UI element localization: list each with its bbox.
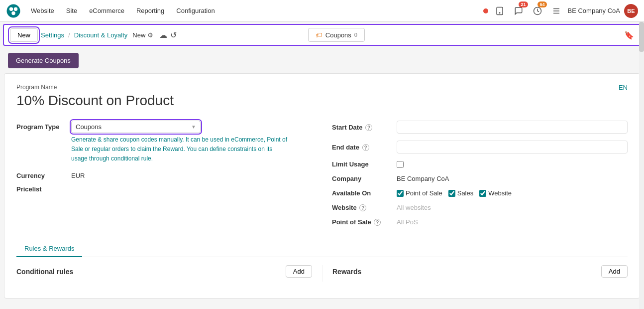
- nav-configuration[interactable]: Configuration: [171, 4, 219, 17]
- breadcrumb-bar: New Settings / Discount & Loyalty New ⚙ …: [3, 24, 641, 46]
- company-value[interactable]: BE Company CoA: [397, 175, 449, 182]
- end-date-help-icon[interactable]: ?: [362, 144, 369, 151]
- activity-badge: 64: [537, 1, 546, 7]
- svg-point-1: [9, 7, 13, 11]
- website-row: Website ? All websites: [332, 204, 628, 211]
- conditional-rules-section: Conditional rules Add: [16, 265, 322, 282]
- svg-point-2: [14, 7, 18, 11]
- en-badge[interactable]: EN: [619, 84, 628, 91]
- form-left: Program Type Coupons ▼ Generate & share …: [16, 121, 322, 233]
- end-date-input[interactable]: [397, 141, 628, 154]
- conditional-rules-add-button[interactable]: Add: [286, 265, 312, 278]
- nav-site[interactable]: Site: [61, 4, 82, 17]
- upload-icon[interactable]: ☁: [159, 30, 167, 40]
- chat-icon[interactable]: 21: [511, 3, 526, 18]
- gear-icon[interactable]: ⚙: [147, 31, 153, 39]
- start-date-label: Start Date ?: [332, 124, 397, 131]
- scrollbar-thumb[interactable]: [639, 22, 644, 52]
- pos-label: Point of Sale: [406, 189, 442, 197]
- tab-rules-rewards[interactable]: Rules & Rewards: [16, 241, 82, 257]
- program-type-select-wrapper[interactable]: Coupons ▼: [71, 121, 201, 133]
- currency-row: Currency EUR: [16, 172, 302, 179]
- program-type-hint: Generate & share coupon codes manually. …: [71, 135, 290, 164]
- nav-ecommerce[interactable]: eCommerce: [84, 4, 129, 17]
- company-row: Company BE Company CoA: [332, 175, 628, 182]
- main-content: Program Name 10% Discount on Product EN …: [4, 73, 640, 299]
- discount-loyalty-link[interactable]: Discount & Loyalty: [74, 31, 128, 39]
- company-name: BE Company CoA: [568, 7, 621, 14]
- nav-website[interactable]: Website: [26, 4, 59, 17]
- breadcrumb-bar-wrapper: New Settings / Discount & Loyalty New ⚙ …: [0, 22, 644, 48]
- start-date-input[interactable]: [397, 121, 628, 134]
- program-type-row: Program Type Coupons ▼: [16, 121, 302, 133]
- tabs-bar: Rules & Rewards: [16, 241, 628, 257]
- website-help-icon[interactable]: ?: [359, 204, 366, 211]
- breadcrumb-sub: New ⚙: [132, 31, 153, 39]
- rewards-title: Rewards: [332, 268, 361, 276]
- topnav: Website Site eCommerce Reporting Configu…: [0, 0, 644, 22]
- pos-help-icon[interactable]: ?: [374, 219, 381, 226]
- user-avatar[interactable]: BE: [624, 4, 638, 18]
- svg-point-0: [7, 4, 20, 17]
- svg-point-5: [499, 12, 500, 13]
- status-dot-icon[interactable]: [483, 8, 488, 13]
- reset-icon[interactable]: ↺: [170, 30, 177, 40]
- website-label: Website: [488, 189, 512, 197]
- tag-icon: 🏷: [316, 31, 322, 39]
- bottom-sections: Conditional rules Add Rewards Add: [16, 265, 628, 282]
- coupons-button[interactable]: 🏷 Coupons 0: [308, 28, 365, 42]
- chat-badge: 21: [519, 1, 528, 7]
- limit-usage-row: Limit Usage: [332, 160, 628, 168]
- company-label: Company: [332, 175, 397, 182]
- limit-usage-checkbox[interactable]: [397, 161, 404, 168]
- form-grid: Program Type Coupons ▼ Generate & share …: [16, 121, 628, 233]
- phone-icon[interactable]: [492, 3, 507, 18]
- rewards-add-button[interactable]: Add: [601, 265, 628, 278]
- tools-icon[interactable]: [549, 3, 564, 18]
- logo[interactable]: [6, 3, 21, 18]
- rewards-header: Rewards Add: [332, 265, 628, 278]
- action-bar: Generate Coupons: [0, 48, 644, 73]
- coupons-label: Coupons: [325, 31, 351, 39]
- program-title[interactable]: 10% Discount on Product: [16, 93, 174, 109]
- pos-checkbox-item[interactable]: Point of Sale: [397, 189, 442, 197]
- nav-reporting[interactable]: Reporting: [131, 4, 169, 17]
- website-checkbox[interactable]: [479, 190, 486, 197]
- bookmark-icon[interactable]: 🔖: [624, 30, 634, 40]
- settings-link[interactable]: Settings: [41, 31, 64, 39]
- website-label: Website ?: [332, 204, 397, 211]
- end-date-row: End date ?: [332, 141, 628, 154]
- coupons-count: 0: [354, 32, 357, 38]
- rewards-section: Rewards Add: [322, 265, 628, 282]
- point-of-sale-label: Point of Sale ?: [332, 218, 397, 226]
- point-of-sale-value[interactable]: All PoS: [397, 218, 418, 226]
- start-date-help-icon[interactable]: ?: [365, 124, 372, 131]
- form-right: Start Date ? End date ? Limit Usage: [322, 121, 628, 233]
- website-value[interactable]: All websites: [397, 204, 431, 211]
- program-type-label: Program Type: [16, 123, 71, 131]
- sales-checkbox[interactable]: [448, 190, 455, 197]
- currency-value[interactable]: EUR: [71, 172, 85, 179]
- currency-label: Currency: [16, 172, 71, 179]
- svg-point-3: [11, 11, 15, 15]
- sales-label: Sales: [457, 189, 474, 197]
- conditional-rules-header: Conditional rules Add: [16, 265, 312, 278]
- available-on-row: Available On Point of Sale Sales Website: [332, 189, 628, 197]
- conditional-rules-title: Conditional rules: [16, 268, 73, 276]
- point-of-sale-row: Point of Sale ? All PoS: [332, 218, 628, 226]
- end-date-label: End date ?: [332, 144, 397, 151]
- scrollbar-track[interactable]: [639, 22, 644, 303]
- start-date-row: Start Date ?: [332, 121, 628, 134]
- topnav-right: 21 64 BE Company CoA BE: [483, 3, 639, 18]
- program-type-value: Coupons: [76, 123, 187, 131]
- pricelist-label: Pricelist: [16, 185, 71, 193]
- activity-icon[interactable]: 64: [530, 3, 545, 18]
- website-checkbox-item[interactable]: Website: [479, 189, 512, 197]
- new-button[interactable]: New: [10, 28, 38, 42]
- pos-checkbox[interactable]: [397, 190, 404, 197]
- available-on-label: Available On: [332, 189, 397, 197]
- dropdown-arrow-icon: ▼: [191, 124, 196, 130]
- available-on-checkboxes: Point of Sale Sales Website: [397, 189, 512, 197]
- generate-coupons-button[interactable]: Generate Coupons: [8, 53, 79, 68]
- sales-checkbox-item[interactable]: Sales: [448, 189, 474, 197]
